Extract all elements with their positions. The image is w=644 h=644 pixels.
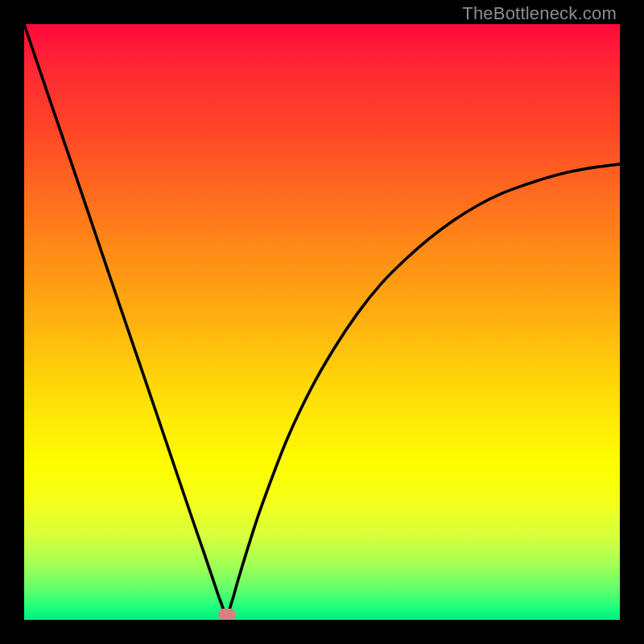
chart-frame: TheBottleneck.com bbox=[0, 0, 644, 644]
watermark-text: TheBottleneck.com bbox=[462, 3, 617, 24]
notch-marker bbox=[218, 609, 236, 620]
curve-path bbox=[24, 24, 620, 614]
bottleneck-curve bbox=[24, 24, 620, 620]
chart-plot-area bbox=[24, 24, 620, 620]
